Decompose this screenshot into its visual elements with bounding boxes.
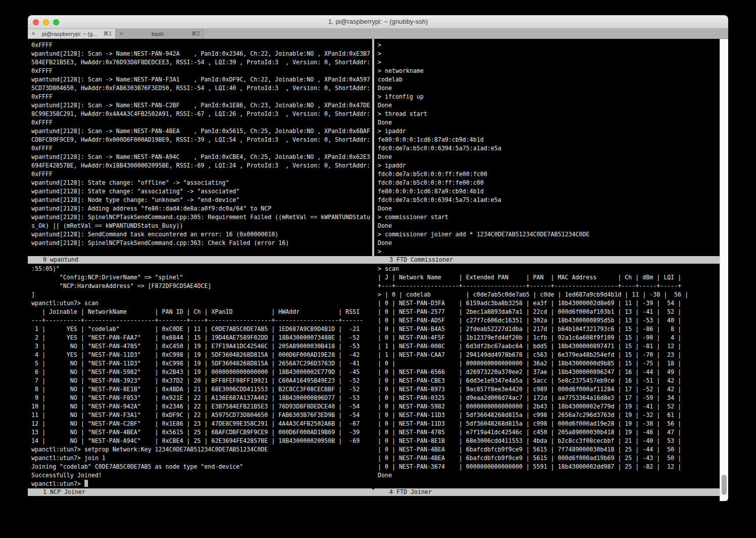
status-bar-wpantund: 0 wpantund [28, 256, 372, 264]
tab-bar: ✕ pi@raspberrypi: ~ (g... ⌘1 ✕ bash ⌘2 [28, 29, 728, 39]
ftd-commissioner-console-text: > > > > networkname codelab Done > ifcon… [378, 41, 723, 256]
traffic-lights [33, 19, 59, 25]
shell-prompt-line: wpanctl:utun7> [31, 480, 376, 488]
minimize-window-icon[interactable] [43, 19, 49, 25]
tab-bash[interactable]: ✕ bash ⌘2 [116, 29, 204, 38]
window-title: 1. pi@raspberrypi: ~ (gnubby-ssh) [28, 15, 728, 28]
scrollbar-thumb[interactable] [722, 475, 727, 495]
pane-ncp-joiner[interactable]: :55:05)" "Config:NCP:DriverName" => "spi… [28, 264, 376, 489]
tab-label: pi@raspberrypi: ~ (g... [38, 31, 101, 37]
scrollbar[interactable] [720, 39, 728, 501]
pane-ftd-joiner[interactable]: > scan | J | Network Name | Extended PAN… [374, 264, 723, 489]
close-window-icon[interactable] [33, 19, 39, 25]
close-tab-icon[interactable]: ✕ [31, 31, 35, 36]
tab-shortcut: ⌘1 [103, 30, 112, 37]
ftd-joiner-console-text: > scan | J | Network Name | Extended PAN… [378, 265, 723, 480]
zoom-window-icon[interactable] [53, 19, 59, 25]
terminal-window: 1. pi@raspberrypi: ~ (gnubby-ssh) ✕ pi@r… [28, 15, 728, 501]
tab-label: bash [126, 31, 189, 37]
status-bar-ftd-joiner: 4 FTD Joiner [374, 488, 720, 496]
tab-shortcut: ⌘2 [191, 30, 200, 37]
terminal-content: 0xFFFF wpantund[2128]: Scan -> Name:NEST… [28, 39, 728, 501]
shell-prompt: wpanctl:utun7> [31, 480, 84, 487]
tab-ssh-session[interactable]: ✕ pi@raspberrypi: ~ (g... ⌘1 [28, 29, 116, 38]
close-tab-icon[interactable]: ✕ [119, 31, 123, 36]
pane-ftd-commissioner[interactable]: > > > > networkname codelab Done > ifcon… [374, 39, 723, 258]
window-titlebar[interactable]: 1. pi@raspberrypi: ~ (gnubby-ssh) [28, 15, 728, 29]
terminal-cursor [84, 480, 88, 487]
ncp-joiner-console-text: :55:05)" "Config:NCP:DriverName" => "spi… [31, 265, 376, 480]
status-bar-ftd-commissioner: 3 FTD Commissioner [374, 256, 720, 264]
pane-wpantund[interactable]: 0xFFFF wpantund[2128]: Scan -> Name:NEST… [28, 39, 376, 258]
wpantund-log-text: 0xFFFF wpantund[2128]: Scan -> Name:NEST… [31, 41, 376, 247]
status-bar-ncp-joiner: 1 NCP Joiner [28, 488, 372, 496]
